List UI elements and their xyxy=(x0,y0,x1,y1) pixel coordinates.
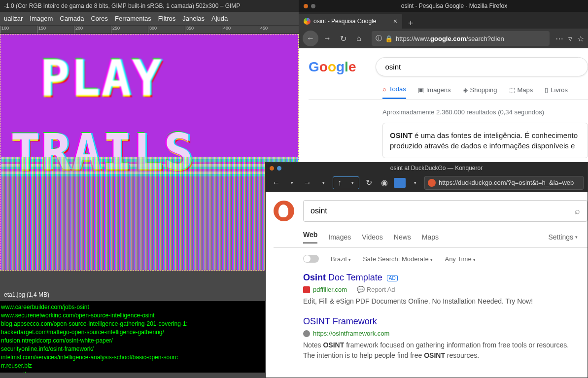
result-description: Edit, Fill & eSign PDF Documents Online.… xyxy=(303,296,579,307)
tab-news[interactable]: News xyxy=(394,233,411,241)
time-filter[interactable]: Any Time ▾ xyxy=(445,255,476,263)
down-icon[interactable]: ▾ xyxy=(346,177,359,189)
window-dot[interactable] xyxy=(277,166,281,171)
gimp-ruler: 100150200250300350400450 xyxy=(0,25,299,34)
gimp-titlebar: -1.0 (Cor RGB inteiro de gama de 8 bits,… xyxy=(0,0,299,12)
tab-livros[interactable]: ▯Livros xyxy=(545,85,568,99)
tab-images[interactable]: Images xyxy=(328,233,351,241)
menu-imagem[interactable]: Imagem xyxy=(30,15,53,22)
back-menu-icon[interactable]: ▾ xyxy=(285,176,298,189)
tab-imagens[interactable]: ▣Imagens xyxy=(418,85,451,99)
search-icon[interactable]: ⌕ xyxy=(575,206,580,216)
terminal-line: nfusion.ntrepidcorp.com/osint-white-pape… xyxy=(1,337,298,345)
tab-todas[interactable]: ⌕Todas xyxy=(382,85,406,99)
tab-label: osint - Pesquisa Google xyxy=(313,18,376,25)
chevron-down-icon: ▾ xyxy=(575,235,578,240)
stop-button[interactable]: ◉ xyxy=(378,176,391,189)
pocket-icon[interactable]: ▿ xyxy=(568,34,572,43)
close-tab-icon[interactable]: × xyxy=(393,17,397,25)
terminal-line: www.careerbuilder.com/jobs-osint xyxy=(1,303,298,311)
firefox-tabstrip: osint - Pesquisa Google × + xyxy=(299,12,588,29)
terminal-line: www.maltego.com xyxy=(1,370,298,373)
url-bar[interactable]: https://duckduckgo.com/?q=osint&t=h_&ia=… xyxy=(424,176,584,190)
more-icon[interactable]: ⋯ xyxy=(555,34,563,43)
report-ad-link[interactable]: 💬 Report Ad xyxy=(357,286,395,293)
url-bar[interactable]: ⓘ 🔒 https://www.google.com/search?clien xyxy=(372,31,550,46)
lock-icon: 🔒 xyxy=(385,35,393,42)
region-toggle[interactable] xyxy=(303,255,319,263)
result-title[interactable]: Osint Doc Template AD xyxy=(303,273,588,283)
back-button[interactable]: ← xyxy=(270,176,282,189)
window-dot xyxy=(311,4,315,8)
result-title[interactable]: OSINT Framework xyxy=(303,316,588,327)
featured-snippet: OSINT é uma das fontes de inteligência. … xyxy=(382,123,588,158)
terminal-line: blog.appsecco.com/open-source-intelligen… xyxy=(1,320,298,328)
gimp-canvas[interactable]: PLAY TRAILS xyxy=(0,34,299,271)
settings-dropdown[interactable]: Settings ▾ xyxy=(548,233,578,241)
google-favicon xyxy=(304,18,311,25)
safesearch-filter[interactable]: Safe Search: Moderate ▾ xyxy=(363,255,433,263)
duckduckgo-page: osint ⌕ Web Images Videos News Maps Sett… xyxy=(266,192,588,361)
menu-janelas[interactable]: Janelas xyxy=(182,15,205,22)
up-down-nav[interactable]: ↑▾ xyxy=(333,176,359,189)
terminal-output[interactable]: www.careerbuilder.com/jobs-osint www.sec… xyxy=(0,301,299,373)
pin-icon: ⬚ xyxy=(509,86,515,94)
ddg-filters: Brazil ▾ Safe Search: Moderate ▾ Any Tim… xyxy=(303,255,588,263)
ddg-tabs: Web Images Videos News Maps Settings ▾ xyxy=(303,231,588,243)
tab-maps[interactable]: ⬚Maps xyxy=(509,85,533,99)
new-tab-button[interactable]: + xyxy=(402,18,419,29)
google-logo[interactable]: Google xyxy=(309,59,356,75)
forward-button[interactable]: → xyxy=(320,32,334,45)
menu-cores[interactable]: Cores xyxy=(91,15,108,22)
up-icon[interactable]: ↑ xyxy=(333,177,346,189)
firefox-toolbar: ← → ↻ ⌂ ⓘ 🔒 https://www.google.com/searc… xyxy=(299,29,588,48)
google-results-page: Google ⌕Todas ▣Imagens ◈Shopping ⬚Maps ▯… xyxy=(299,48,588,158)
firefox-titlebar: osint - Pesquisa Google - Mozilla Firefo… xyxy=(299,0,588,12)
konqueror-title: osint at DuckDuckGo — Konqueror xyxy=(390,165,483,172)
reload-button[interactable]: ↻ xyxy=(362,176,375,189)
firefox-app-icon xyxy=(304,4,308,8)
window-dot[interactable] xyxy=(270,166,274,171)
firefox-title: osint - Pesquisa Google - Mozilla Firefo… xyxy=(401,2,507,9)
result-stats: Aproximadamente 2.360.000 resultados (0,… xyxy=(382,108,588,116)
result-url[interactable]: pdffiller.com xyxy=(313,286,347,293)
google-search-input[interactable] xyxy=(376,57,588,76)
tag-icon: ◈ xyxy=(463,86,468,94)
tab-videos[interactable]: Videos xyxy=(362,233,383,241)
site-favicon xyxy=(303,286,310,293)
forward-menu-icon[interactable]: ▾ xyxy=(317,176,330,189)
bookmark-star-icon[interactable]: ☆ xyxy=(577,34,584,43)
terminal-line: www.securenetworkinc.com/open-source-int… xyxy=(1,311,298,320)
menu-visualizar[interactable]: ualizar xyxy=(4,15,23,22)
gimp-menubar: ualizar Imagem Camada Cores Ferramentas … xyxy=(0,12,299,25)
home-button[interactable]: ⌂ xyxy=(352,32,366,45)
menu-ferramentas[interactable]: Ferramentas xyxy=(115,15,151,22)
tab-web[interactable]: Web xyxy=(303,231,317,243)
region-filter[interactable]: Brazil ▾ xyxy=(331,255,351,263)
konqueror-window: osint at DuckDuckGo — Konqueror ← ▾ → ▾ … xyxy=(265,162,588,378)
menu-ajuda[interactable]: Ajuda xyxy=(211,15,228,22)
browser-tab[interactable]: osint - Pesquisa Google × xyxy=(299,14,402,29)
forward-button[interactable]: → xyxy=(301,176,314,189)
folder-menu-icon[interactable]: ▾ xyxy=(409,176,421,189)
search-result-ad: Osint Doc Template AD pdffiller.com 💬 Re… xyxy=(303,273,588,307)
duckduckgo-logo[interactable] xyxy=(274,201,294,221)
reload-button[interactable]: ↻ xyxy=(336,32,350,45)
search-result: OSINT Framework https://osintframework.c… xyxy=(303,316,588,361)
ddg-search-input[interactable]: osint ⌕ xyxy=(303,200,588,222)
terminal-line: hackertarget.com/maltego-open-source-int… xyxy=(1,328,298,337)
site-favicon xyxy=(303,330,310,337)
tab-maps[interactable]: Maps xyxy=(422,233,439,241)
back-button[interactable]: ← xyxy=(303,31,318,46)
tab-shopping[interactable]: ◈Shopping xyxy=(463,85,497,99)
ddg-favicon xyxy=(428,179,436,187)
terminal-line: rr.reuser.biz xyxy=(1,362,298,370)
url-text: https://duckduckgo.com/?q=osint&t=h_&ia=… xyxy=(439,179,574,186)
image-icon: ▣ xyxy=(418,86,424,94)
firefox-window: osint - Pesquisa Google - Mozilla Firefo… xyxy=(299,0,588,163)
menu-camada[interactable]: Camada xyxy=(60,15,84,22)
folder-icon[interactable] xyxy=(394,178,406,188)
result-url[interactable]: https://osintframework.com xyxy=(313,330,389,337)
menu-filtros[interactable]: Filtros xyxy=(158,15,175,22)
gimp-window: -1.0 (Cor RGB inteiro de gama de 8 bits,… xyxy=(0,0,299,378)
